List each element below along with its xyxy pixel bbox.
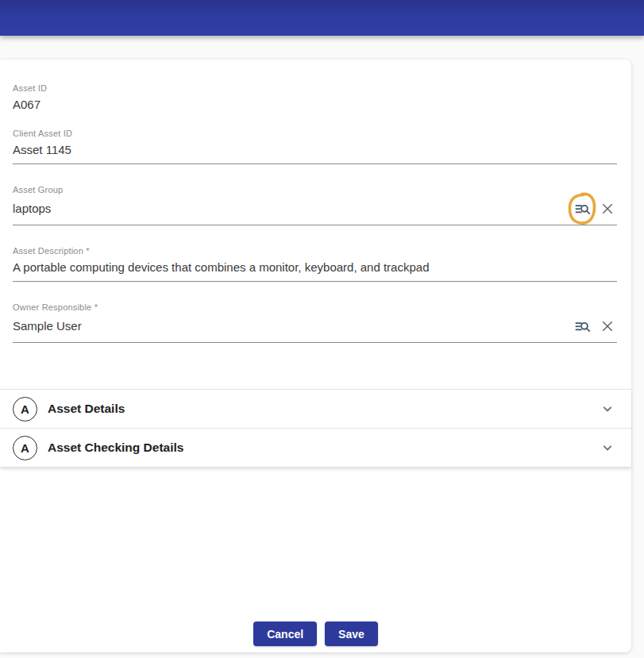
chevron-down-icon [600, 440, 615, 456]
client-asset-id-label: Client Asset ID [13, 129, 617, 138]
field-owner-responsible: Owner Responsible * Sample User [13, 302, 617, 343]
field-asset-id: Asset ID A067 [13, 83, 617, 112]
field-client-asset-id: Client Asset ID Asset 1145 [13, 129, 617, 164]
clear-x-icon [600, 202, 615, 216]
section-asset-details[interactable]: A Asset Details [0, 390, 631, 429]
app-header-bar [0, 0, 644, 36]
section-asset-checking-details-title: Asset Checking Details [48, 441, 598, 455]
client-asset-id-input[interactable]: Asset 1145 [13, 143, 617, 157]
accordion-panels: A Asset Details A Asset Checking Details [0, 389, 631, 468]
asset-form-card: Asset ID A067 Client Asset ID Asset 1145… [0, 60, 631, 652]
asset-group-input[interactable]: laptops [13, 202, 573, 216]
chevron-down-icon [600, 401, 615, 417]
save-button[interactable]: Save [325, 621, 378, 646]
manage-search-icon [574, 318, 591, 335]
owner-responsible-label: Owner Responsible * [13, 302, 617, 312]
asset-description-label: Asset Description * [13, 246, 617, 256]
field-asset-description: Asset Description * A portable computing… [13, 246, 617, 282]
cancel-button[interactable]: Cancel [253, 621, 317, 646]
circle-a-icon: A [13, 397, 37, 421]
circle-a-icon: A [13, 436, 37, 460]
asset-description-input[interactable]: A portable computing devices that combin… [13, 260, 617, 275]
asset-group-lookup-button[interactable] [573, 199, 592, 218]
form-fields: Asset ID A067 Client Asset ID Asset 1145… [0, 60, 631, 364]
owner-responsible-lookup-button[interactable] [573, 317, 592, 336]
asset-id-value: A067 [13, 98, 617, 112]
clear-x-icon [600, 319, 615, 333]
field-asset-group: Asset Group laptops [13, 185, 617, 225]
section-asset-checking-details[interactable]: A Asset Checking Details [0, 429, 631, 468]
manage-search-icon [574, 201, 591, 217]
form-actions: Cancel Save [0, 618, 631, 652]
asset-group-label: Asset Group [13, 185, 617, 194]
asset-id-label: Asset ID [13, 83, 617, 93]
owner-responsible-input[interactable]: Sample User [13, 319, 573, 333]
owner-responsible-clear-button[interactable] [598, 317, 617, 336]
asset-group-clear-button[interactable] [598, 199, 617, 218]
section-asset-details-title: Asset Details [48, 402, 598, 416]
